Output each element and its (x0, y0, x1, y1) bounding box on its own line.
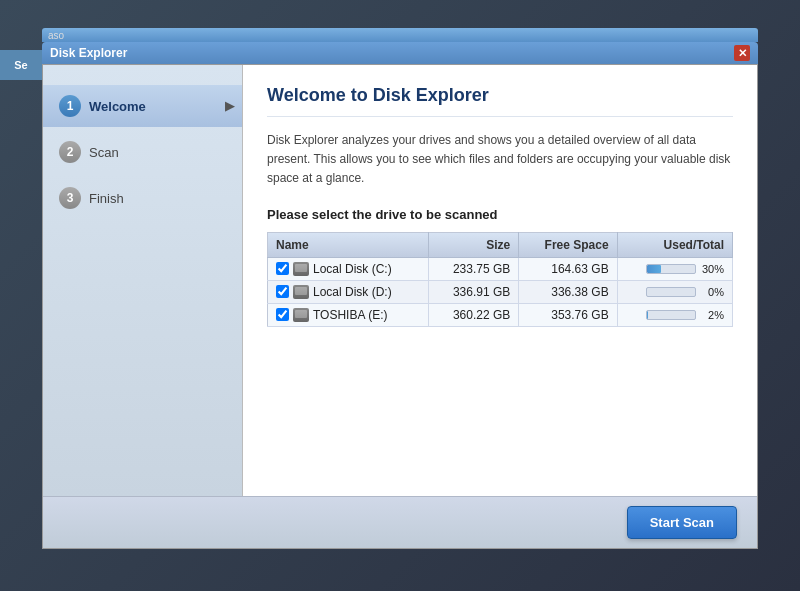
step-2-label: Scan (89, 145, 119, 160)
step-scan[interactable]: 2 Scan (43, 131, 242, 173)
drive-size: 233.75 GB (429, 257, 519, 280)
drive-name-cell: Local Disk (C:) (268, 257, 429, 280)
title-bar: Disk Explorer ✕ (42, 42, 758, 64)
drive-icon (293, 262, 309, 276)
drive-name-cell: Local Disk (D:) (268, 280, 429, 303)
dialog-content: 1 Welcome ▶ 2 Scan 3 Finish Welcome to D… (43, 65, 757, 496)
col-used: Used/Total (617, 232, 732, 257)
step-3-label: Finish (89, 191, 124, 206)
progress-bar-fill (647, 311, 648, 319)
dialog-title: Disk Explorer (50, 46, 734, 60)
progress-label: 2% (702, 309, 724, 321)
drive-icon (293, 308, 309, 322)
table-row: Local Disk (C:) 233.75 GB164.63 GB 30% (268, 257, 733, 280)
table-row: Local Disk (D:) 336.91 GB336.38 GB 0% (268, 280, 733, 303)
step-welcome[interactable]: 1 Welcome ▶ (43, 85, 242, 127)
drive-checkbox[interactable] (276, 262, 289, 275)
drive-name: TOSHIBA (E:) (313, 308, 387, 322)
step-1-arrow: ▶ (225, 99, 234, 113)
step-1-label: Welcome (89, 99, 146, 114)
progress-bar-container (646, 310, 696, 320)
dialog-footer: Start Scan (43, 496, 757, 548)
drive-icon (293, 285, 309, 299)
col-name: Name (268, 232, 429, 257)
panel-title: Welcome to Disk Explorer (267, 85, 733, 117)
step-2-number: 2 (59, 141, 81, 163)
start-scan-button[interactable]: Start Scan (627, 506, 737, 539)
main-panel: Welcome to Disk Explorer Disk Explorer a… (243, 65, 757, 496)
drive-name: Local Disk (C:) (313, 262, 392, 276)
drive-used-total: 30% (617, 257, 732, 280)
disk-explorer-dialog: 1 Welcome ▶ 2 Scan 3 Finish Welcome to D… (42, 64, 758, 549)
progress-label: 0% (702, 286, 724, 298)
drive-used-total: 0% (617, 280, 732, 303)
progress-label: 30% (702, 263, 724, 275)
step-1-number: 1 (59, 95, 81, 117)
sidebar-tab[interactable]: Se (0, 50, 42, 80)
col-size: Size (429, 232, 519, 257)
col-free: Free Space (519, 232, 617, 257)
aso-label: aso (48, 30, 64, 41)
drive-free-space: 353.76 GB (519, 303, 617, 326)
table-row: TOSHIBA (E:) 360.22 GB353.76 GB 2% (268, 303, 733, 326)
panel-description: Disk Explorer analyzes your drives and s… (267, 131, 733, 189)
drive-checkbox[interactable] (276, 308, 289, 321)
steps-sidebar: 1 Welcome ▶ 2 Scan 3 Finish (43, 65, 243, 496)
progress-bar-fill (647, 265, 661, 273)
drive-section-title: Please select the drive to be scanned (267, 207, 733, 222)
drive-used-total: 2% (617, 303, 732, 326)
drive-table: Name Size Free Space Used/Total Local Di… (267, 232, 733, 327)
drive-size: 336.91 GB (429, 280, 519, 303)
drive-free-space: 336.38 GB (519, 280, 617, 303)
spacer (267, 327, 733, 476)
progress-bar-container (646, 264, 696, 274)
close-button[interactable]: ✕ (734, 45, 750, 61)
drive-size: 360.22 GB (429, 303, 519, 326)
step-finish[interactable]: 3 Finish (43, 177, 242, 219)
step-3-number: 3 (59, 187, 81, 209)
drive-name-cell: TOSHIBA (E:) (268, 303, 429, 326)
progress-bar-container (646, 287, 696, 297)
drive-name: Local Disk (D:) (313, 285, 392, 299)
drive-checkbox[interactable] (276, 285, 289, 298)
drive-free-space: 164.63 GB (519, 257, 617, 280)
